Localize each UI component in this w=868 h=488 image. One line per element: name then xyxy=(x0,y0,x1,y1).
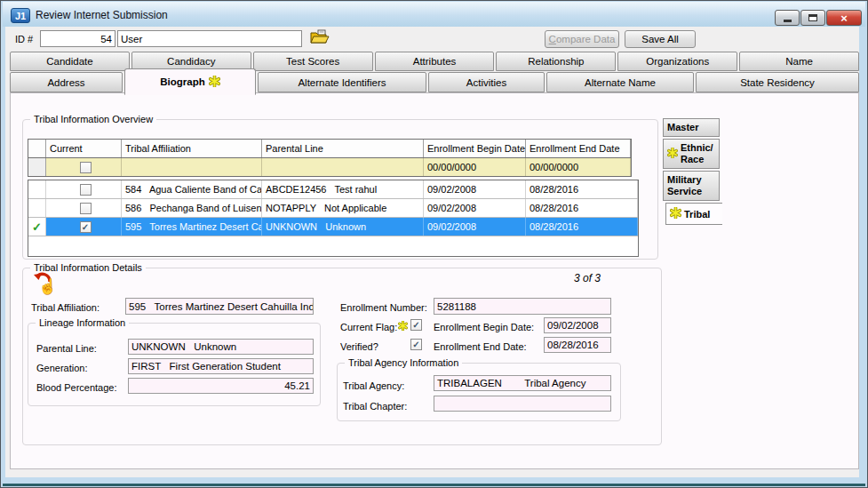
tab-organizations[interactable]: Organizations xyxy=(617,52,737,71)
side-tab-tribal[interactable]: Tribal xyxy=(665,203,722,225)
compare-data-button[interactable]: Compare Data xyxy=(545,30,619,48)
blood-percentage-field[interactable]: 45.21 xyxy=(128,378,314,394)
refresh-control[interactable]: ☝ xyxy=(33,271,63,301)
row-gutter: ✓ xyxy=(28,218,46,236)
asterisk-icon xyxy=(667,148,678,160)
minimize-icon xyxy=(784,20,792,22)
entry-current-checkbox[interactable] xyxy=(80,162,92,173)
save-all-button[interactable]: Save All xyxy=(625,30,696,48)
tab-alternate-name[interactable]: Alternate Name xyxy=(546,72,694,92)
id-input[interactable]: 54 xyxy=(40,30,115,47)
verified-label: Verified? xyxy=(340,341,378,352)
enrollment-end-label: Enrollment End Date: xyxy=(434,341,527,352)
row-current-checkbox[interactable] xyxy=(80,203,92,214)
header-enrollment-begin[interactable]: Enrollment Begin Date xyxy=(424,140,526,157)
tab-attributes[interactable]: Attributes xyxy=(375,52,495,71)
close-icon: × xyxy=(840,12,848,25)
overview-table-header: Current Tribal Affiliation Parental Line… xyxy=(28,139,632,158)
entry-current-cell xyxy=(46,158,122,176)
enrollment-number-label: Enrollment Number: xyxy=(340,302,427,313)
row-parental-line: NOTAPPLY Not Applicable xyxy=(262,199,424,217)
agency-group: Tribal Agency Information xyxy=(337,363,621,421)
table-row[interactable]: 586 Pechanga Band of Luiseno Missio NOTA… xyxy=(28,199,638,218)
lineage-title: Lineage Information xyxy=(36,317,129,328)
id-label: ID # xyxy=(15,34,33,44)
entry-end-date-cell[interactable]: 00/00/0000 xyxy=(526,158,631,176)
current-flag-label: Current Flag: xyxy=(340,322,397,332)
side-tab-ethnic-race[interactable]: Ethnic/ Race xyxy=(663,139,720,169)
row-begin-date: 09/02/2008 xyxy=(424,218,526,236)
asterisk-icon xyxy=(209,76,220,89)
tribal-chapter-label: Tribal Chapter: xyxy=(343,401,407,412)
tab-alternate-identifiers[interactable]: Alternate Identifiers xyxy=(258,72,426,92)
parental-line-label: Parental Line: xyxy=(36,343,97,354)
asterisk-icon xyxy=(670,207,681,220)
generation-field[interactable]: FIRST First Generation Student xyxy=(128,358,314,374)
row-current-cell xyxy=(46,199,122,217)
row-end-date: 08/28/2016 xyxy=(526,218,638,236)
tribal-chapter-field[interactable] xyxy=(434,396,611,412)
entry-begin-date-cell[interactable]: 00/00/0000 xyxy=(424,158,526,176)
side-tab-military-service[interactable]: Military Service xyxy=(663,171,720,201)
enrollment-end-field[interactable]: 08/28/2016 xyxy=(544,337,611,353)
tab-name[interactable]: Name xyxy=(739,52,859,71)
enrollment-begin-field[interactable]: 09/02/2008 xyxy=(544,317,611,333)
tribal-overview-title: Tribal Information Overview xyxy=(30,114,156,124)
header-current[interactable]: Current xyxy=(46,140,122,157)
tab-address[interactable]: Address xyxy=(10,72,123,92)
tab-row-bottom: Address Biograph Alternate Identifiers A… xyxy=(10,72,859,92)
verified-checkbox[interactable]: ✓ xyxy=(410,339,422,350)
header-parental-line[interactable]: Parental Line xyxy=(262,140,424,157)
tab-state-residency[interactable]: State Residency xyxy=(696,72,859,92)
tab-biograph[interactable]: Biograph xyxy=(124,68,256,95)
row-begin-date: 09/02/2008 xyxy=(424,199,526,217)
app-window: J1 Review Internet Submission × ID # 54 … xyxy=(0,0,868,488)
tribal-agency-field[interactable]: TRIBALAGEN Tribal Agency xyxy=(434,375,611,391)
table-row[interactable]: 584 Agua Caliente Band of Cahuilla Ind A… xyxy=(28,180,638,199)
row-current-cell xyxy=(46,180,122,198)
row-gutter xyxy=(28,180,46,198)
titlebar: J1 Review Internet Submission × xyxy=(3,2,865,27)
tab-test-scores[interactable]: Test Scores xyxy=(253,52,373,71)
row-affiliation: 586 Pechanga Band of Luiseno Missio xyxy=(122,199,262,217)
tab-activities[interactable]: Activities xyxy=(428,72,545,92)
parental-line-field[interactable]: UNKNOWN Unknown xyxy=(128,339,314,355)
row-parental-line: UNKNOWN Unknown xyxy=(262,218,424,236)
selected-row-check-icon: ✓ xyxy=(32,220,42,234)
hand-cursor-icon: ☝ xyxy=(38,277,57,296)
table-row-selected[interactable]: ✓ ✓ 595 Torres Martinez Desert Cahuilla … xyxy=(28,218,638,236)
maximize-icon xyxy=(808,14,817,21)
enrollment-number-field[interactable]: 5281188 xyxy=(434,298,611,315)
header-enrollment-end[interactable]: Enrollment End Date xyxy=(526,140,631,157)
window-title: Review Internet Submission xyxy=(36,9,168,21)
tab-candidate[interactable]: Candidate xyxy=(10,52,130,71)
user-input[interactable]: User xyxy=(117,30,302,47)
row-gutter xyxy=(28,199,46,217)
open-folder-icon[interactable] xyxy=(310,29,330,46)
row-end-date: 08/28/2016 xyxy=(526,180,638,198)
row-current-checkbox[interactable]: ✓ xyxy=(80,221,92,233)
close-button[interactable]: × xyxy=(826,10,862,26)
tribal-affiliation-field[interactable]: 595 Torres Martinez Desert Cahuilla Indi… xyxy=(125,298,314,315)
row-current-checkbox[interactable] xyxy=(80,184,92,196)
row-affiliation: 584 Agua Caliente Band of Cahuilla Ind xyxy=(122,180,262,198)
entry-affiliation-cell[interactable] xyxy=(122,158,262,176)
overview-list: 584 Agua Caliente Band of Cahuilla Ind A… xyxy=(28,180,639,257)
row-begin-date: 09/02/2008 xyxy=(424,180,526,198)
generation-label: Generation: xyxy=(36,363,87,373)
minimize-button[interactable] xyxy=(775,10,800,26)
tab-relationship[interactable]: Relationship xyxy=(496,52,616,71)
entry-gutter xyxy=(28,158,46,176)
maximize-button[interactable] xyxy=(800,10,825,26)
blood-percentage-label: Blood Percentage: xyxy=(36,382,117,393)
row-current-cell: ✓ xyxy=(46,218,122,236)
current-flag-checkbox[interactable]: ✓ xyxy=(410,319,422,331)
row-end-date: 08/28/2016 xyxy=(526,199,638,217)
overview-entry-row: 00/00/0000 00/00/0000 xyxy=(28,158,632,177)
agency-title: Tribal Agency Information xyxy=(345,357,462,368)
entry-parental-cell[interactable] xyxy=(262,158,424,176)
side-tab-master[interactable]: Master xyxy=(663,118,720,137)
row-affiliation: 595 Torres Martinez Desert Cahuilla In xyxy=(122,218,262,236)
asterisk-icon xyxy=(398,321,408,332)
header-tribal-affiliation[interactable]: Tribal Affiliation xyxy=(122,140,262,157)
